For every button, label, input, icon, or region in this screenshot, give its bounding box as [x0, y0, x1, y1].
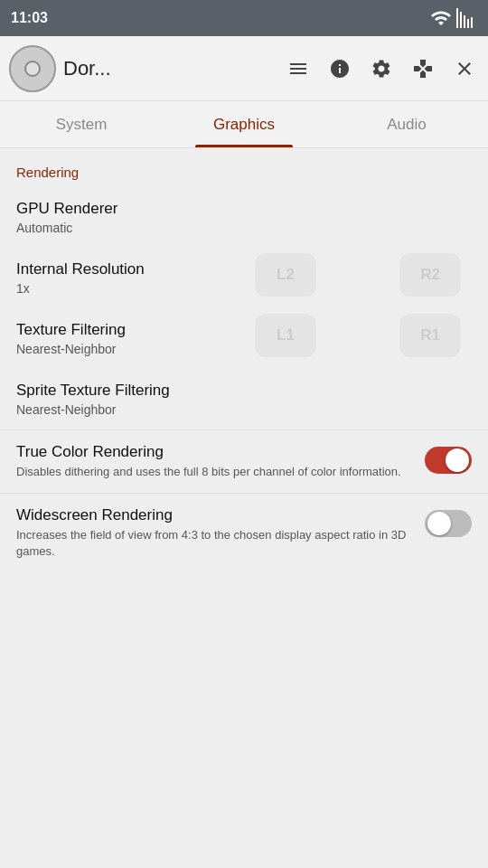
app-bar-icons [284, 54, 479, 83]
gear-icon [371, 58, 392, 80]
widescreen-toggle[interactable] [425, 510, 472, 537]
menu-button[interactable] [284, 54, 313, 83]
tab-bar: System Graphics Audio [0, 101, 488, 148]
signal-icon [455, 7, 477, 29]
setting-widescreen-rendering[interactable]: Widescreen Rendering Increases the field… [0, 493, 488, 572]
tab-system[interactable]: System [0, 101, 163, 147]
app-bar: Dor... [0, 36, 488, 101]
app-logo [9, 45, 56, 92]
info-button[interactable] [325, 54, 354, 83]
wifi-icon [430, 7, 452, 29]
tab-graphics[interactable]: Graphics [163, 101, 325, 147]
setting-true-color-rendering[interactable]: True Color Rendering Disables dithering … [0, 429, 488, 493]
app-title: Dor... [63, 57, 277, 80]
widescreen-toggle-knob [427, 512, 451, 535]
status-icons [430, 7, 477, 29]
status-time: 11:03 [11, 10, 48, 26]
setting-sprite-texture-filtering[interactable]: Sprite Texture Filtering Nearest-Neighbo… [0, 369, 488, 429]
true-color-toggle-knob [446, 448, 469, 472]
status-bar: 11:03 [0, 0, 488, 36]
close-icon [454, 58, 475, 80]
section-header-rendering: Rendering [0, 148, 488, 187]
close-button[interactable] [450, 54, 479, 83]
settings-button[interactable] [367, 54, 396, 83]
content-area: Rendering GPU Renderer Automatic Interna… [0, 148, 488, 868]
setting-texture-filtering[interactable]: Texture Filtering Nearest-Neighbor [0, 308, 488, 369]
setting-widescreen-text: Widescreen Rendering Increases the field… [16, 506, 425, 560]
true-color-toggle[interactable] [425, 447, 472, 474]
setting-gpu-renderer[interactable]: GPU Renderer Automatic [0, 187, 488, 248]
gamepad-button[interactable] [408, 54, 437, 83]
setting-internal-resolution[interactable]: Internal Resolution 1x [0, 248, 488, 308]
setting-internal-resolution-wrapper: Internal Resolution 1x L2 R2 [0, 248, 488, 308]
setting-texture-filtering-wrapper: Texture Filtering Nearest-Neighbor L1 R1 [0, 308, 488, 369]
gamepad-icon [412, 58, 434, 80]
tab-audio[interactable]: Audio [325, 101, 488, 147]
setting-true-color-text: True Color Rendering Disables dithering … [16, 443, 425, 480]
info-icon [329, 58, 351, 80]
menu-icon [287, 58, 309, 80]
app-logo-inner [24, 61, 41, 77]
